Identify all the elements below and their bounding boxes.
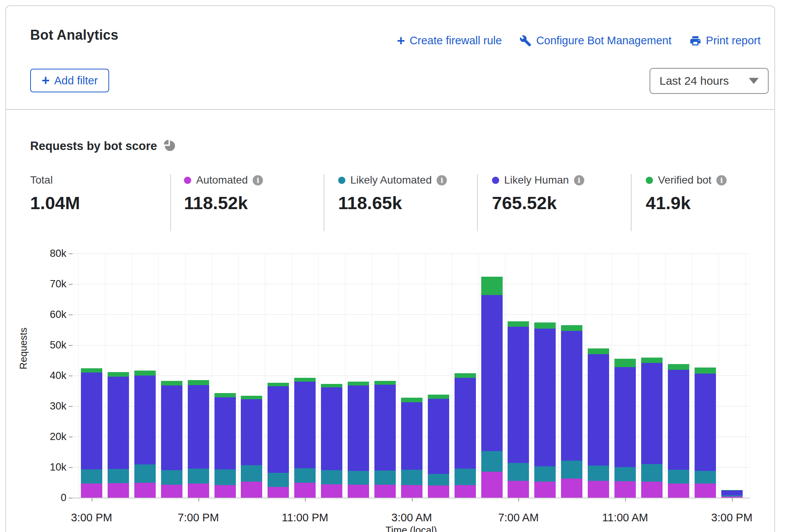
- bar-segment-verified-bot[interactable]: [641, 358, 663, 363]
- bar-segment-automated[interactable]: [81, 484, 102, 498]
- bar-segment-automated[interactable]: [695, 484, 716, 498]
- configure-bot-management-link[interactable]: Configure Bot Management: [519, 34, 672, 47]
- bar-segment-likely-human[interactable]: [695, 374, 716, 471]
- bar-segment-likely-human[interactable]: [241, 399, 262, 466]
- bar-segment-automated[interactable]: [588, 481, 609, 498]
- bar-segment-likely-automated[interactable]: [401, 470, 422, 485]
- bar-segment-likely-human[interactable]: [668, 370, 689, 470]
- bar-segment-likely-automated[interactable]: [348, 471, 369, 484]
- bar-segment-likely-human[interactable]: [614, 367, 636, 467]
- bar-segment-verified-bot[interactable]: [188, 380, 209, 385]
- bar-segment-automated[interactable]: [268, 487, 289, 498]
- bar-segment-likely-automated[interactable]: [188, 469, 209, 484]
- bar-segment-automated[interactable]: [161, 485, 182, 498]
- bar-segment-automated[interactable]: [374, 485, 396, 498]
- bar-segment-automated[interactable]: [534, 482, 556, 498]
- bar-segment-likely-human[interactable]: [481, 295, 503, 451]
- bar-1200am[interactable]: [321, 384, 342, 498]
- time-range-dropdown[interactable]: Last 24 hours: [650, 68, 769, 94]
- bar-100pm[interactable]: [668, 364, 689, 498]
- bar-segment-automated[interactable]: [348, 485, 369, 498]
- info-icon[interactable]: i: [437, 175, 447, 185]
- bar-segment-verified-bot[interactable]: [508, 321, 529, 327]
- bar-segment-likely-human[interactable]: [81, 372, 102, 469]
- bar-segment-likely-human[interactable]: [455, 378, 476, 469]
- bar-1100pm[interactable]: [294, 378, 316, 498]
- bar-segment-verified-bot[interactable]: [614, 359, 636, 367]
- bar-300pm[interactable]: [81, 368, 102, 498]
- bar-segment-automated[interactable]: [108, 483, 129, 498]
- bar-segment-likely-human[interactable]: [188, 385, 209, 469]
- bar-segment-automated[interactable]: [241, 482, 262, 498]
- bar-400am[interactable]: [428, 395, 449, 498]
- bar-800am[interactable]: [534, 322, 556, 498]
- bar-segment-likely-automated[interactable]: [561, 461, 582, 479]
- add-filter-button[interactable]: + Add filter: [30, 69, 109, 92]
- bar-segment-automated[interactable]: [401, 485, 422, 498]
- bar-segment-likely-automated[interactable]: [534, 466, 556, 482]
- info-icon[interactable]: i: [716, 175, 727, 185]
- bar-600am[interactable]: [481, 277, 503, 498]
- bar-segment-likely-automated[interactable]: [641, 464, 663, 482]
- bar-segment-likely-human[interactable]: [108, 377, 129, 469]
- bar-segment-automated[interactable]: [561, 479, 582, 498]
- bar-segment-verified-bot[interactable]: [455, 373, 476, 377]
- bar-segment-verified-bot[interactable]: [428, 395, 449, 399]
- bar-segment-likely-automated[interactable]: [214, 469, 236, 485]
- bar-segment-likely-automated[interactable]: [161, 470, 182, 485]
- bar-segment-automated[interactable]: [508, 481, 529, 498]
- bar-segment-likely-automated[interactable]: [268, 473, 289, 487]
- bar-segment-likely-human[interactable]: [268, 386, 289, 473]
- bar-segment-likely-automated[interactable]: [614, 467, 636, 481]
- bar-segment-likely-automated[interactable]: [588, 466, 609, 481]
- bar-900pm[interactable]: [241, 396, 262, 498]
- bar-segment-automated[interactable]: [428, 485, 449, 498]
- bar-segment-automated[interactable]: [188, 484, 209, 498]
- bar-segment-verified-bot[interactable]: [321, 384, 342, 388]
- bar-segment-verified-bot[interactable]: [588, 348, 609, 354]
- bar-segment-likely-automated[interactable]: [455, 469, 476, 485]
- bar-segment-likely-human[interactable]: [641, 363, 663, 464]
- bar-segment-verified-bot[interactable]: [348, 382, 369, 385]
- bar-segment-likely-human[interactable]: [294, 382, 316, 468]
- bar-segment-likely-automated[interactable]: [428, 474, 449, 485]
- bar-segment-likely-automated[interactable]: [321, 470, 342, 484]
- bar-segment-verified-bot[interactable]: [695, 368, 716, 374]
- bar-200am[interactable]: [374, 381, 396, 498]
- bar-segment-likely-human[interactable]: [401, 402, 422, 470]
- bar-segment-verified-bot[interactable]: [561, 325, 582, 331]
- bar-segment-verified-bot[interactable]: [161, 381, 182, 385]
- bar-segment-likely-human[interactable]: [561, 331, 582, 461]
- bar-segment-verified-bot[interactable]: [534, 322, 556, 329]
- bar-segment-verified-bot[interactable]: [401, 398, 422, 403]
- bar-1100am[interactable]: [614, 359, 636, 498]
- bar-segment-automated[interactable]: [641, 482, 663, 498]
- bar-1200pm[interactable]: [641, 358, 663, 498]
- bar-segment-likely-automated[interactable]: [508, 463, 529, 481]
- bar-segment-likely-human[interactable]: [374, 385, 396, 471]
- bar-segment-verified-bot[interactable]: [134, 371, 156, 376]
- bar-1000am[interactable]: [588, 348, 609, 498]
- bar-segment-likely-human[interactable]: [321, 387, 342, 470]
- bar-segment-verified-bot[interactable]: [481, 277, 503, 295]
- bar-segment-verified-bot[interactable]: [108, 372, 129, 377]
- create-firewall-rule-link[interactable]: + Create firewall rule: [397, 34, 502, 47]
- bar-segment-likely-human[interactable]: [161, 385, 182, 470]
- bar-segment-automated[interactable]: [668, 484, 689, 498]
- bar-800pm[interactable]: [214, 393, 236, 498]
- bar-segment-likely-automated[interactable]: [294, 468, 316, 483]
- bar-segment-verified-bot[interactable]: [294, 378, 316, 382]
- bar-segment-verified-bot[interactable]: [214, 393, 236, 397]
- bar-segment-likely-automated[interactable]: [481, 451, 503, 472]
- bar-segment-likely-automated[interactable]: [241, 465, 262, 482]
- bar-segment-automated[interactable]: [321, 484, 342, 498]
- bar-segment-likely-human[interactable]: [721, 490, 743, 495]
- bar-600pm[interactable]: [161, 381, 182, 498]
- bar-segment-automated[interactable]: [294, 483, 316, 498]
- bar-700pm[interactable]: [188, 380, 209, 498]
- bar-100am[interactable]: [348, 382, 369, 498]
- bar-segment-likely-human[interactable]: [134, 376, 156, 464]
- bar-segment-automated[interactable]: [134, 483, 156, 498]
- bar-segment-verified-bot[interactable]: [241, 396, 262, 399]
- bar-segment-likely-automated[interactable]: [81, 469, 102, 484]
